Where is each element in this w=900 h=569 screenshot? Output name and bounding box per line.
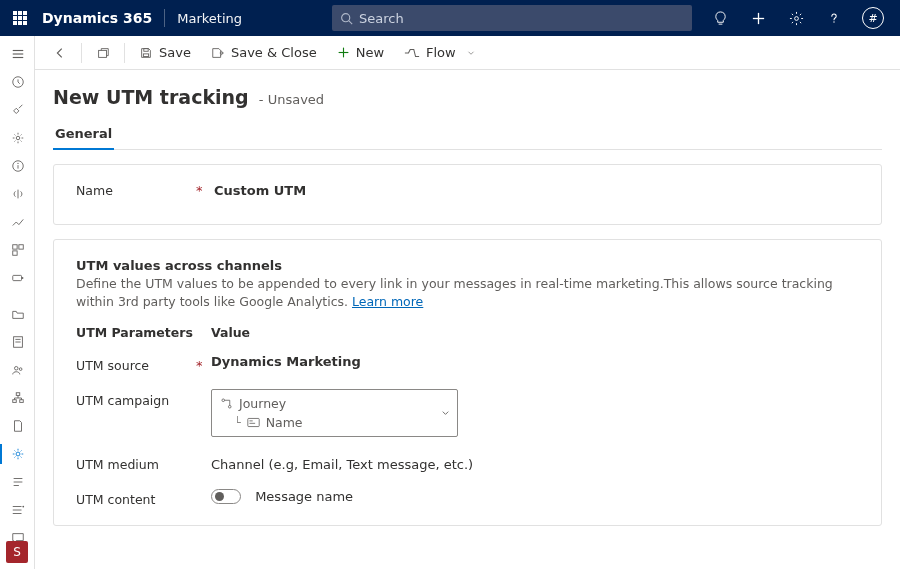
svg-point-14 [17, 163, 18, 164]
main-area: Save Save & Close New Flow New UTM track… [35, 36, 900, 569]
name-label: Name [76, 183, 196, 198]
app-body: S Save Save & Close New Flow New UTM tra… [0, 36, 900, 569]
page-header: New UTM tracking - Unsaved General [35, 70, 900, 150]
svg-rect-15 [12, 245, 16, 249]
utm-medium-label: UTM medium [76, 453, 196, 472]
rail-members[interactable] [0, 496, 35, 524]
new-button[interactable]: New [329, 39, 392, 67]
user-avatar[interactable]: # [862, 7, 884, 29]
command-bar: Save Save & Close New Flow [35, 36, 900, 70]
svg-rect-26 [12, 400, 16, 403]
tree-elbow-icon: └ [234, 416, 241, 429]
product-name[interactable]: Dynamics 365 [42, 10, 152, 26]
rail-info[interactable] [0, 152, 35, 180]
svg-point-6 [833, 21, 834, 22]
row-utm-source: UTM source * Dynamics Marketing [76, 354, 859, 373]
search-input[interactable]: Search [332, 5, 692, 31]
waffle-menu-button[interactable] [6, 4, 34, 32]
name-card: Name * Custom UTM [53, 164, 882, 225]
svg-point-24 [19, 368, 22, 371]
back-button[interactable] [45, 39, 75, 67]
rail-battery[interactable] [0, 264, 35, 292]
flow-icon [404, 46, 420, 60]
sidebar-rail: S [0, 36, 35, 569]
tab-general[interactable]: General [53, 120, 114, 149]
waffle-icon [13, 11, 27, 25]
rail-doc[interactable] [0, 412, 35, 440]
required-star: * [196, 183, 204, 198]
svg-point-42 [228, 406, 231, 409]
utm-card: UTM values across channels Define the UT… [53, 239, 882, 526]
save-close-button[interactable]: Save & Close [203, 39, 325, 67]
page-status: - Unsaved [259, 92, 324, 107]
name-value[interactable]: Custom UTM [214, 183, 306, 198]
row-utm-campaign: UTM campaign Journey └ Name [76, 389, 859, 437]
utm-content-toggle[interactable] [211, 489, 241, 504]
svg-rect-27 [19, 400, 23, 403]
svg-rect-37 [143, 53, 148, 56]
learn-more-link[interactable]: Learn more [352, 294, 423, 309]
utm-content-value: Message name [211, 488, 859, 504]
utm-source-value[interactable]: Dynamics Marketing [211, 354, 859, 369]
module-name[interactable]: Marketing [177, 11, 242, 26]
rail-hamburger[interactable] [0, 40, 35, 68]
svg-rect-36 [99, 50, 107, 57]
svg-rect-43 [247, 419, 258, 427]
rail-page[interactable] [0, 328, 35, 356]
content-scroll[interactable]: Name * Custom UTM UTM values across chan… [35, 150, 900, 569]
row-utm-medium: UTM medium Channel (e.g, Email, Text mes… [76, 453, 859, 472]
svg-line-1 [349, 20, 352, 23]
search-placeholder: Search [359, 11, 404, 26]
param-table-header: UTM Parameters Value [76, 325, 859, 340]
svg-rect-18 [12, 275, 21, 280]
rail-settings[interactable] [0, 124, 35, 152]
flow-button[interactable]: Flow [396, 39, 484, 67]
insights-button[interactable] [710, 8, 730, 28]
separator [124, 43, 125, 63]
rail-grid[interactable] [0, 236, 35, 264]
open-icon [96, 46, 110, 60]
rail-recent[interactable] [0, 68, 35, 96]
rail-org[interactable] [0, 384, 35, 412]
top-bar-actions: # [710, 7, 894, 29]
save-button[interactable]: Save [131, 39, 199, 67]
row-utm-content: UTM content Message name [76, 488, 859, 507]
svg-point-0 [342, 13, 350, 21]
chevron-down-icon [466, 48, 476, 58]
rail-folder[interactable] [0, 300, 35, 328]
add-button[interactable] [748, 8, 768, 28]
rail-chart[interactable] [0, 208, 35, 236]
svg-point-28 [16, 452, 20, 456]
rail-pinned[interactable] [0, 96, 35, 124]
form-tabs: General [53, 120, 882, 150]
utm-content-label: UTM content [76, 488, 196, 507]
col-params: UTM Parameters [76, 325, 211, 340]
separator [81, 43, 82, 63]
utm-medium-value: Channel (e.g, Email, Text message, etc.) [211, 453, 859, 472]
svg-rect-16 [18, 245, 22, 249]
settings-button[interactable] [786, 8, 806, 28]
open-new-button[interactable] [88, 39, 118, 67]
svg-point-5 [794, 16, 798, 20]
utm-campaign-value: Journey └ Name [211, 389, 859, 437]
utm-source-label: UTM source [76, 354, 196, 373]
rail-utm-active[interactable] [0, 440, 35, 468]
page-title: New UTM tracking [53, 86, 249, 108]
save-close-icon [211, 46, 225, 60]
svg-rect-38 [144, 48, 148, 51]
back-icon [53, 46, 67, 60]
rail-people[interactable] [0, 356, 35, 384]
rail-antenna[interactable] [0, 180, 35, 208]
svg-point-41 [222, 399, 225, 402]
col-value: Value [211, 325, 250, 340]
utm-campaign-label: UTM campaign [76, 389, 196, 408]
svg-point-23 [14, 367, 18, 371]
help-button[interactable] [824, 8, 844, 28]
campaign-combo[interactable]: Journey └ Name [211, 389, 458, 437]
svg-point-35 [22, 506, 24, 508]
global-search-wrap: Search [332, 5, 692, 31]
global-top-bar: Dynamics 365 Marketing Search # [0, 0, 900, 36]
section-title: UTM values across channels [76, 258, 859, 273]
rail-rows[interactable] [0, 468, 35, 496]
rail-app-badge[interactable]: S [0, 541, 34, 563]
